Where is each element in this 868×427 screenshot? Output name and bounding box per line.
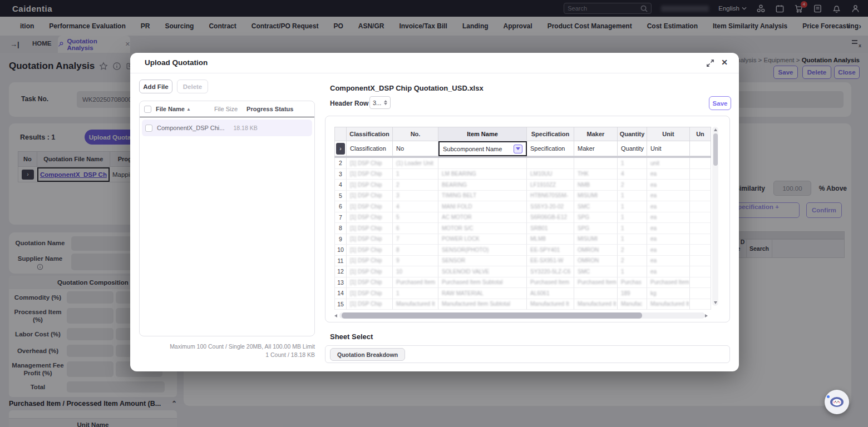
grid-col-header[interactable]: Unit bbox=[647, 127, 690, 141]
mascot-icon bbox=[828, 394, 845, 410]
grid-mapping-cell[interactable]: No bbox=[393, 141, 438, 156]
file-size-header[interactable]: File Size bbox=[214, 106, 238, 112]
file-list-header: File Name ▲ File Size Progress Status bbox=[140, 101, 314, 117]
grid-cell: SPG bbox=[574, 212, 618, 224]
grid-row[interactable]: 6[1] DSP Chip4MANI FOLDSS5Y3-20-02SMC1ea bbox=[334, 201, 711, 212]
grid-row[interactable]: 14[1] DSP Chip1RAW MATERIALAL6061189kg bbox=[334, 288, 711, 299]
grid-cell bbox=[690, 191, 711, 202]
grid-cell: SY3220-5LZ-C6 bbox=[527, 266, 574, 277]
grid-row[interactable]: 7[1] DSP Chip5AC MOTORS6R06GB-E12SPG1ea bbox=[334, 212, 711, 224]
stepper-down-icon[interactable] bbox=[384, 103, 387, 105]
grid-col-header[interactable]: Classification bbox=[347, 127, 393, 141]
assistant-chatbot-button[interactable] bbox=[825, 390, 849, 414]
grid-cell: SRB01 bbox=[527, 223, 574, 234]
grid-row-number: 9 bbox=[334, 234, 347, 245]
grid-cell: 10 bbox=[393, 266, 438, 277]
file-list: File Name ▲ File Size Progress Status Co… bbox=[139, 101, 315, 336]
grid-mapping-cell[interactable]: Subcomponent Name bbox=[438, 141, 527, 156]
grid-row[interactable]: 2[1] DSP Chip(1) Loader Unit1unit bbox=[334, 158, 711, 169]
grid-row-number: 13 bbox=[334, 277, 347, 289]
grid-col-header[interactable]: Quantity bbox=[618, 127, 647, 141]
grid-row[interactable]: 8[1] DSP Chip6MOTOR S/CSRB01SPG1ea bbox=[334, 223, 711, 234]
grid-row[interactable]: 4[1] DSP Chip2BEARINGLF1910ZZNMB2ea bbox=[334, 180, 711, 191]
grid-cell bbox=[690, 245, 711, 256]
mapping-dropdown-icon[interactable] bbox=[514, 145, 522, 153]
file-name-header[interactable]: File Name bbox=[156, 106, 185, 112]
grid-row[interactable]: 9[1] DSP Chip7POWER LOCKMLM8MISUMI1ea bbox=[334, 234, 711, 245]
grid-cell bbox=[690, 223, 711, 234]
scroll-left-icon[interactable] bbox=[334, 314, 337, 317]
grid-row[interactable]: 3[1] DSP Chip1LM BEARINGLM10UUTHK4ea bbox=[334, 169, 711, 180]
grid-mapping-cell[interactable]: Specification bbox=[527, 141, 574, 156]
modal-save-button[interactable]: Save bbox=[709, 96, 731, 110]
close-icon[interactable]: ✕ bbox=[721, 58, 728, 67]
grid-cell: NMB bbox=[574, 180, 618, 191]
grid-mapping-cell[interactable]: Unit bbox=[647, 141, 690, 156]
sheet-tab-quotation-breakdown[interactable]: Quotation Breakdown bbox=[330, 348, 405, 361]
grid-cell: LF1910ZZ bbox=[527, 180, 574, 191]
grid-cell: ea bbox=[647, 234, 690, 245]
scroll-right-icon[interactable] bbox=[705, 314, 708, 317]
grid-cell: Purchas bbox=[618, 277, 647, 289]
grid-cell bbox=[690, 180, 711, 191]
grid-expand-icon[interactable]: › bbox=[336, 143, 345, 155]
grid-cell: ea bbox=[647, 169, 690, 180]
grid-cell bbox=[574, 288, 618, 299]
grid-cell: S6R06GB-E12 bbox=[527, 212, 574, 224]
sort-asc-icon[interactable]: ▲ bbox=[186, 107, 191, 112]
grid-row[interactable]: 10[1] DSP Chip8SENSOR(PHOTO)EE-SPY401OMR… bbox=[334, 245, 711, 256]
grid-row[interactable]: 15[1] DSP ChipManufactured ItManufacture… bbox=[334, 299, 711, 310]
grid-col-header[interactable]: No. bbox=[393, 127, 438, 141]
grid-row[interactable]: 12[1] DSP Chip10SOLENOID VALVESY3220-5LZ… bbox=[334, 266, 711, 277]
stepper-up-icon[interactable] bbox=[384, 100, 387, 102]
notification-dot bbox=[827, 395, 830, 398]
expand-icon[interactable] bbox=[706, 59, 714, 67]
grid-cell: 2 bbox=[618, 245, 647, 256]
grid-mapping-cell[interactable]: Maker bbox=[574, 141, 618, 156]
select-all-checkbox[interactable] bbox=[144, 106, 151, 113]
grid-mapping-cell[interactable]: Classification bbox=[347, 141, 393, 156]
grid-cell: unit bbox=[647, 158, 690, 169]
grid-row-number: 7 bbox=[334, 212, 347, 224]
grid-cell: 5 bbox=[393, 212, 438, 224]
grid-cell: AC MOTOR bbox=[438, 212, 527, 224]
grid-row[interactable]: 11[1] DSP Chip9SENSOREE-SX951-WOMRON2ea bbox=[334, 256, 711, 267]
grid-row[interactable]: 13[1] DSP ChipPurchased ItemPurchased It… bbox=[334, 277, 711, 289]
grid-cell: MOTOR S/C bbox=[438, 223, 527, 234]
file-size: 18.18 KB bbox=[233, 125, 257, 131]
v-scrollbar[interactable] bbox=[712, 127, 718, 306]
file-row[interactable]: ComponentX_DSP Chi... 18.18 KB bbox=[142, 120, 312, 136]
grid-col-header[interactable]: Item Name bbox=[438, 127, 527, 141]
grid-h-scrollbar-thumb[interactable] bbox=[342, 312, 642, 319]
grid-h-scrollbar[interactable] bbox=[334, 312, 708, 319]
grid-mapping-cell[interactable]: Quantity bbox=[618, 141, 647, 156]
grid-cell: Manufactured It bbox=[393, 299, 438, 310]
grid-cell: MISUMI bbox=[574, 234, 618, 245]
delete-file-button[interactable]: Delete bbox=[177, 80, 208, 93]
grid-cell bbox=[438, 158, 527, 169]
scroll-up-icon[interactable] bbox=[714, 128, 717, 131]
header-row-stepper[interactable]: 3... bbox=[369, 96, 391, 109]
grid-cell: 1 bbox=[618, 158, 647, 169]
grid-col-header[interactable]: Specification bbox=[527, 127, 574, 141]
grid-cell bbox=[690, 234, 711, 245]
file-checkbox[interactable] bbox=[145, 125, 152, 132]
grid-col-header[interactable] bbox=[334, 127, 347, 141]
grid-mapping-cell[interactable] bbox=[690, 141, 711, 156]
grid-cell: OMRON bbox=[574, 256, 618, 267]
v-scrollbar-thumb[interactable] bbox=[713, 133, 718, 166]
scroll-down-icon[interactable] bbox=[714, 301, 717, 304]
grid-cell: SOLENOID VALVE bbox=[438, 266, 527, 277]
grid-col-header[interactable]: Maker bbox=[574, 127, 618, 141]
grid-cell: 3 bbox=[393, 191, 438, 202]
grid-cell bbox=[574, 158, 618, 169]
grid-row[interactable]: 5[1] DSP Chip3TIMING BELTHTBN670S5M-MISU… bbox=[334, 191, 711, 202]
grid-cell: Purchased Item bbox=[574, 277, 618, 289]
progress-status-header[interactable]: Progress Status bbox=[246, 106, 293, 112]
grid-cell: MLM8 bbox=[527, 234, 574, 245]
grid-cell: 1 bbox=[618, 234, 647, 245]
add-file-button[interactable]: Add File bbox=[139, 80, 172, 93]
grid-col-header[interactable]: Un bbox=[690, 127, 711, 141]
header-row-label: Header Row bbox=[330, 100, 368, 107]
grid-cell: EE-SPY401 bbox=[527, 245, 574, 256]
